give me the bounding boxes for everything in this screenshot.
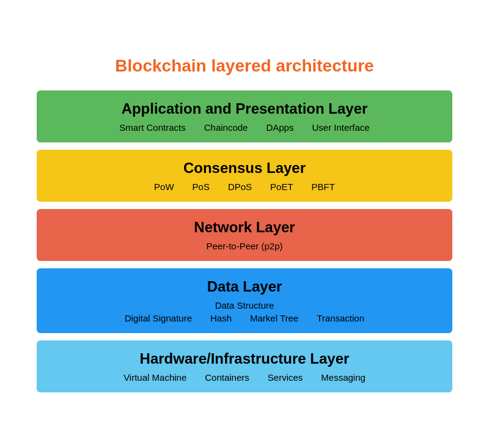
- application-layer-items: Smart Contracts Chaincode DApps User Int…: [49, 122, 440, 133]
- item-virtual-machine: Virtual Machine: [123, 372, 186, 383]
- data-layer-items: Digital Signature Hash Markel Tree Trans…: [49, 313, 440, 323]
- item-smart-contracts: Smart Contracts: [119, 122, 185, 133]
- application-layer: Application and Presentation Layer Smart…: [37, 90, 452, 142]
- diagram-container: Application and Presentation Layer Smart…: [37, 90, 452, 392]
- network-layer: Network Layer Peer-to-Peer (p2p): [37, 209, 452, 261]
- item-chaincode: Chaincode: [204, 122, 248, 133]
- page-title: Blockchain layered architecture: [115, 56, 373, 76]
- item-user-interface: User Interface: [312, 122, 369, 133]
- data-layer: Data Layer Data Structure Digital Signat…: [37, 268, 452, 333]
- item-messaging: Messaging: [321, 372, 366, 383]
- consensus-layer-items: PoW PoS DPoS PoET PBFT: [49, 182, 440, 192]
- hardware-layer: Hardware/Infrastructure Layer Virtual Ma…: [37, 340, 452, 392]
- item-pow: PoW: [154, 182, 174, 192]
- item-pos: PoS: [193, 182, 210, 192]
- item-containers: Containers: [205, 372, 249, 383]
- item-dapps: DApps: [266, 122, 293, 133]
- network-layer-items: Peer-to-Peer (p2p): [49, 241, 440, 251]
- item-p2p: Peer-to-Peer (p2p): [206, 241, 282, 251]
- application-layer-title: Application and Presentation Layer: [49, 100, 440, 117]
- consensus-layer-title: Consensus Layer: [49, 160, 440, 177]
- item-poet: PoET: [270, 182, 293, 192]
- hardware-layer-title: Hardware/Infrastructure Layer: [49, 350, 440, 367]
- item-dpos: DPoS: [228, 182, 252, 192]
- data-layer-subtitle: Data Structure: [49, 300, 440, 310]
- item-markel-tree: Markel Tree: [250, 313, 298, 323]
- item-pbft: PBFT: [312, 182, 335, 192]
- item-services: Services: [268, 372, 303, 383]
- consensus-layer: Consensus Layer PoW PoS DPoS PoET PBFT: [37, 150, 452, 202]
- item-digital-signature: Digital Signature: [125, 313, 192, 323]
- data-layer-title: Data Layer: [49, 278, 440, 295]
- item-transaction: Transaction: [317, 313, 364, 323]
- network-layer-title: Network Layer: [49, 219, 440, 236]
- item-hash: Hash: [210, 313, 232, 323]
- hardware-layer-items: Virtual Machine Containers Services Mess…: [49, 372, 440, 383]
